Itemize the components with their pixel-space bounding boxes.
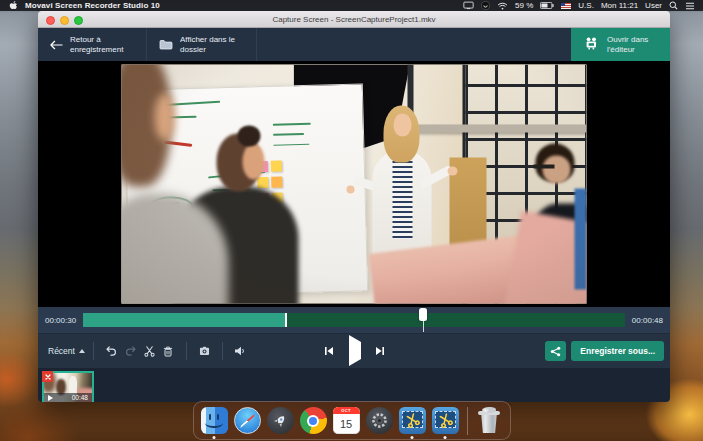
open-in-editor-label: Ouvrir dans l'éditeur (607, 35, 657, 55)
apple-menu-icon[interactable] (9, 1, 18, 11)
dock-movavi-capture-2[interactable] (432, 407, 459, 434)
share-button[interactable] (545, 341, 566, 361)
trash-icon (478, 407, 500, 433)
window-titlebar[interactable]: Capture Screen - ScreenCaptureProject1.m… (38, 11, 670, 28)
folder-icon (159, 36, 173, 54)
end-time-label: 00:00:48 (625, 316, 670, 325)
clip-caption: 00:48 (44, 393, 92, 402)
playhead-stem (423, 321, 425, 332)
recorder-widget-icon[interactable] (481, 1, 490, 10)
save-as-button[interactable]: Enregistrer sous... (571, 341, 664, 361)
timeline-selection-tick[interactable] (285, 313, 287, 327)
input-locale[interactable]: U.S. (578, 1, 594, 10)
redo-button[interactable] (122, 342, 139, 360)
finder-icon (201, 407, 228, 434)
dock-system-preferences[interactable] (366, 407, 393, 434)
playhead-handle[interactable] (419, 308, 427, 321)
skip-back-button[interactable] (320, 342, 337, 360)
playback-controls (319, 342, 389, 360)
timeline-row: 00:00:30 00:00:48 (38, 307, 670, 333)
snapshot-button[interactable] (196, 342, 213, 360)
movavi-capture-icon (399, 407, 426, 434)
dock-movavi-capture-1[interactable] (399, 407, 426, 434)
video-preview-area (38, 61, 670, 307)
controls-row: Récent (38, 333, 670, 368)
current-time-label: 00:00:30 (38, 316, 83, 325)
controls-divider (93, 342, 94, 360)
dock-safari[interactable] (234, 407, 261, 434)
menu-clock[interactable]: Mon 11:21 (601, 1, 638, 10)
spotlight-search-icon[interactable] (669, 1, 678, 10)
close-window-button[interactable] (46, 16, 55, 25)
calendar-day: 15 (333, 414, 360, 434)
clip-thumbnail[interactable]: 00:48 (42, 371, 94, 402)
capture-window: Capture Screen - ScreenCaptureProject1.m… (38, 11, 670, 402)
cut-button[interactable] (141, 342, 158, 360)
arrow-left-icon (50, 36, 63, 54)
timeline-playhead[interactable] (419, 308, 427, 332)
display-status-icon[interactable] (463, 1, 474, 10)
calendar-month: OCT (333, 407, 360, 414)
launchpad-rocket-icon (267, 407, 294, 434)
running-indicator (213, 436, 216, 439)
delete-clip-button[interactable] (42, 371, 53, 382)
minimize-window-button[interactable] (60, 16, 69, 25)
recent-dropdown[interactable]: Récent (48, 346, 85, 356)
fast-user-switch[interactable]: User (645, 1, 662, 10)
volume-button[interactable] (232, 342, 249, 360)
dock-divider (467, 407, 468, 435)
back-to-recording-label: Retour à enregistrement (70, 35, 134, 55)
running-indicator (444, 436, 447, 439)
play-button[interactable] (347, 342, 361, 360)
save-as-label: Enregistrer sous... (580, 346, 655, 356)
skip-forward-button[interactable] (371, 342, 388, 360)
clip-play-icon[interactable] (48, 395, 53, 401)
us-flag-icon[interactable] (561, 3, 571, 9)
delete-button[interactable] (160, 342, 177, 360)
clip-duration: 00:48 (72, 394, 88, 401)
window-title: Capture Screen - ScreenCaptureProject1.m… (272, 15, 435, 24)
dock: OCT 15 (193, 401, 511, 440)
running-indicator (411, 436, 414, 439)
show-in-folder-label: Afficher dans le dossier (180, 35, 244, 55)
dock-trash[interactable] (476, 407, 503, 434)
zoom-window-button[interactable] (74, 16, 83, 25)
back-to-recording-button[interactable]: Retour à enregistrement (38, 28, 146, 61)
chevron-up-icon (79, 349, 85, 353)
menu-app-name[interactable]: Movavi Screen Recorder Studio 10 (25, 1, 160, 10)
dock-calendar[interactable]: OCT 15 (333, 407, 360, 434)
dock-chrome[interactable] (300, 407, 327, 434)
dock-launchpad[interactable] (267, 407, 294, 434)
dock-finder[interactable] (201, 407, 228, 434)
timeline-track[interactable] (83, 313, 625, 327)
show-in-folder-button[interactable]: Afficher dans le dossier (147, 28, 256, 61)
editor-icon (584, 36, 599, 54)
wifi-icon[interactable] (497, 2, 508, 10)
vignette-overlay (122, 65, 587, 304)
controls-divider (186, 342, 187, 360)
recent-clips-strip: 00:48 (38, 368, 670, 402)
video-frame[interactable] (122, 65, 587, 304)
play-icon (349, 335, 361, 366)
controls-divider (222, 342, 223, 360)
battery-percent: 59 % (515, 1, 533, 10)
battery-icon[interactable] (540, 2, 554, 9)
screen: Movavi Screen Recorder Studio 10 59 % U.… (0, 0, 703, 441)
open-in-editor-button[interactable]: Ouvrir dans l'éditeur (571, 28, 670, 61)
menu-bar: Movavi Screen Recorder Studio 10 59 % U.… (0, 0, 703, 11)
undo-button[interactable] (103, 342, 120, 360)
timeline-selection[interactable] (83, 313, 287, 327)
gear-icon (366, 407, 393, 434)
calendar-icon: OCT 15 (333, 407, 360, 434)
chrome-icon (300, 407, 327, 434)
notification-center-icon[interactable] (685, 2, 695, 10)
toolbar: Retour à enregistrement Afficher dans le… (38, 28, 670, 61)
recent-label: Récent (48, 346, 75, 356)
movavi-capture-icon (432, 407, 459, 434)
safari-compass-icon (234, 407, 261, 434)
